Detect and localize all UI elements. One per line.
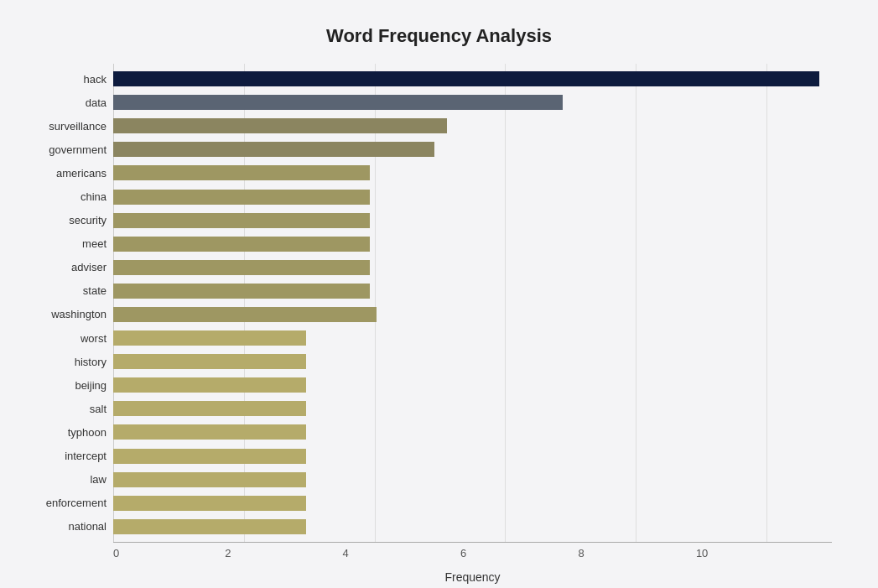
bar-row: data xyxy=(113,93,832,112)
bar xyxy=(113,71,819,86)
bar-row: typhoon xyxy=(113,423,832,441)
bar-label: americans xyxy=(27,167,107,180)
chart-container: Word Frequency Analysis hackdatasurve xyxy=(0,0,878,588)
bar-label: surveillance xyxy=(27,120,107,133)
x-tick-8: 8 xyxy=(578,547,584,559)
bar-label: history xyxy=(27,356,107,368)
bar-row: history xyxy=(113,352,832,371)
bar-row: intercept xyxy=(113,447,832,466)
bar xyxy=(113,424,306,440)
bar xyxy=(113,354,306,369)
bar-row: salt xyxy=(113,399,832,418)
bar-row: washington xyxy=(113,305,832,324)
bar-label: meet xyxy=(27,237,107,250)
bar-label: national xyxy=(27,520,107,533)
bar xyxy=(113,496,306,511)
bar-row: state xyxy=(113,282,832,300)
bar-label: beijing xyxy=(27,379,107,392)
bar-row: china xyxy=(113,188,832,206)
bar-label: washington xyxy=(27,308,107,320)
bar-row: americans xyxy=(113,164,832,182)
bar xyxy=(113,190,370,205)
bar-row: beijing xyxy=(113,376,832,394)
bar xyxy=(113,237,370,252)
bar-row: worst xyxy=(113,329,832,347)
bar-row: security xyxy=(113,211,832,230)
bar-label: typhoon xyxy=(27,426,107,439)
bar xyxy=(113,165,370,180)
bar xyxy=(113,330,306,346)
x-tick-10: 10 xyxy=(696,547,708,559)
bar xyxy=(113,449,306,464)
bar xyxy=(113,401,306,416)
bar-row: government xyxy=(113,140,832,159)
bar xyxy=(113,95,563,110)
bar-label: government xyxy=(27,143,107,156)
bar-row: meet xyxy=(113,235,832,253)
bar-label: law xyxy=(27,473,107,486)
bar-row: surveillance xyxy=(113,117,832,135)
bar-label: enforcement xyxy=(27,497,107,509)
bar-label: hack xyxy=(27,73,107,86)
bar xyxy=(113,213,370,228)
bar xyxy=(113,118,447,133)
bar xyxy=(113,472,306,487)
bar-row: law xyxy=(113,471,832,489)
bar-row: national xyxy=(113,518,832,536)
bars-container: hackdatasurveillancegovernmentamericansc… xyxy=(113,64,832,542)
bar xyxy=(113,307,377,322)
bar-label: security xyxy=(27,214,107,226)
x-tick-6: 6 xyxy=(460,547,466,559)
bar-label: intercept xyxy=(27,450,107,462)
bar xyxy=(113,260,370,275)
bar-label: worst xyxy=(27,332,107,345)
bar-label: adviser xyxy=(27,261,107,273)
bar-label: state xyxy=(27,284,107,297)
bar-row: adviser xyxy=(113,258,832,277)
bar-label: china xyxy=(27,190,107,203)
x-axis-label: Frequency xyxy=(113,570,832,584)
x-axis: 0 2 4 6 8 10 12 xyxy=(113,543,832,559)
x-tick-4: 4 xyxy=(343,547,349,559)
bar xyxy=(113,377,306,393)
bar-label: data xyxy=(27,96,107,109)
bar xyxy=(113,519,306,534)
bar-row: enforcement xyxy=(113,494,832,513)
bar-row: hack xyxy=(113,70,832,88)
x-tick-2: 2 xyxy=(225,547,231,559)
bar-label: salt xyxy=(27,403,107,415)
bar xyxy=(113,142,434,157)
chart-title: Word Frequency Analysis xyxy=(25,17,853,47)
bar xyxy=(113,284,370,299)
